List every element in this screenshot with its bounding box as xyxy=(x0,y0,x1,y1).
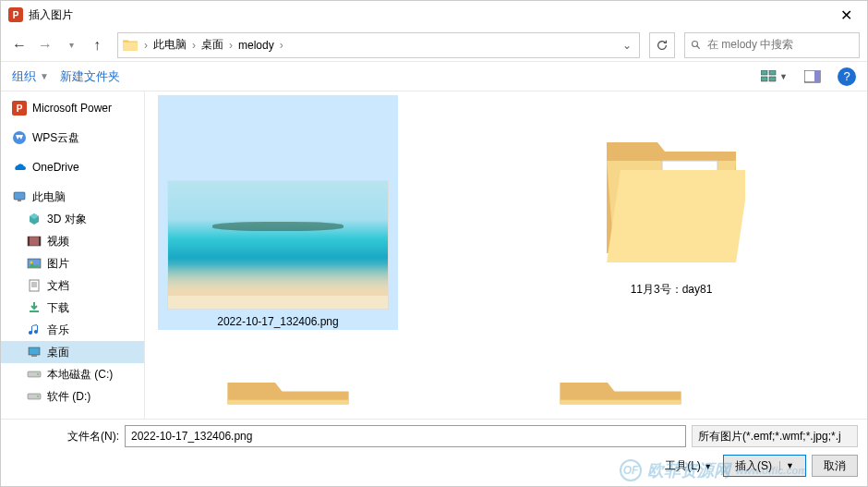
new-folder-button[interactable]: 新建文件夹 xyxy=(60,68,120,85)
disk-icon xyxy=(27,367,42,382)
help-button[interactable]: ? xyxy=(838,67,856,86)
thumbnails-icon xyxy=(761,70,778,83)
sidebar-item-label: 文档 xyxy=(47,278,69,294)
sidebar-item-disk[interactable]: 本地磁盘 (C:) xyxy=(1,363,144,385)
sidebar-item-downloads[interactable]: 下载 xyxy=(1,297,144,319)
sidebar-item-docs[interactable]: 文档 xyxy=(1,274,144,297)
chevron-right-icon: › xyxy=(190,39,198,52)
filename-label: 文件名(N): xyxy=(10,429,119,444)
thispc-icon xyxy=(12,189,27,204)
sidebar-item-3d[interactable]: 3D 对象 xyxy=(1,208,144,230)
sidebar-item-label: OneDrive xyxy=(32,161,79,174)
svg-rect-10 xyxy=(14,192,25,200)
file-label: 11月3号：day81 xyxy=(631,282,713,298)
window-title: 插入图片 xyxy=(29,7,833,23)
sidebar-item-disk[interactable]: 软件 (D:) xyxy=(1,385,144,408)
sidebar-item-video[interactable]: 视频 xyxy=(1,230,144,252)
pictures-icon xyxy=(27,256,42,271)
filetype-filter[interactable]: 所有图片(*.emf;*.wmf;*.jpg;*.j xyxy=(692,425,858,447)
preview-pane-button[interactable] xyxy=(804,70,821,83)
svg-text:P: P xyxy=(17,103,23,114)
refresh-icon xyxy=(656,39,669,52)
sidebar-item-thispc[interactable]: 此电脑 xyxy=(1,186,144,208)
svg-rect-13 xyxy=(28,237,30,246)
recent-dropdown[interactable]: ▾ xyxy=(60,34,82,56)
chevron-right-icon: › xyxy=(142,39,150,52)
music-icon xyxy=(27,323,42,337)
close-button[interactable]: ✕ xyxy=(833,6,860,24)
svg-point-22 xyxy=(37,373,39,375)
image-thumbnail xyxy=(167,180,389,310)
file-item-folder[interactable]: 11月3号：day81 xyxy=(551,119,791,298)
video-icon xyxy=(27,234,42,249)
svg-rect-19 xyxy=(29,347,40,355)
sidebar-item-label: 图片 xyxy=(47,256,69,272)
svg-point-24 xyxy=(37,396,39,397)
wps-icon xyxy=(12,130,27,145)
preview-icon xyxy=(804,70,821,83)
file-item-folder-partial[interactable] xyxy=(219,359,357,409)
app-icon: P xyxy=(8,7,23,22)
breadcrumb[interactable]: melody xyxy=(235,39,278,52)
tools-menu[interactable]: 工具(L) ▼ xyxy=(659,458,717,474)
svg-rect-3 xyxy=(761,77,767,81)
sidebar-item-pictures[interactable]: 图片 xyxy=(1,252,144,274)
path-dropdown[interactable]: ⌄ xyxy=(619,39,635,52)
svg-point-9 xyxy=(13,131,26,144)
sidebar-item-label: 视频 xyxy=(47,234,69,250)
refresh-button[interactable] xyxy=(649,32,675,58)
up-button[interactable]: ↑ xyxy=(86,34,108,56)
breadcrumb[interactable]: 此电脑 xyxy=(150,37,190,53)
organize-menu[interactable]: 组织 xyxy=(12,68,36,85)
search-input[interactable]: 在 melody 中搜索 xyxy=(684,32,860,58)
pp-icon: P xyxy=(12,101,27,116)
chevron-down-icon[interactable]: ▼ xyxy=(40,71,49,81)
sidebar-item-label: 本地磁盘 (C:) xyxy=(47,367,113,383)
downloads-icon xyxy=(27,300,42,315)
sidebar: PMicrosoft PowerWPS云盘OneDrive此电脑3D 对象视频图… xyxy=(1,91,145,419)
docs-icon xyxy=(27,278,42,293)
sidebar-item-label: 下载 xyxy=(47,300,69,316)
footer: 文件名(N): 所有图片(*.emf;*.wmf;*.jpg;*.j 工具(L)… xyxy=(1,419,867,486)
cancel-button[interactable]: 取消 xyxy=(812,455,858,477)
forward-button[interactable]: → xyxy=(34,34,56,56)
toolbar: 组织 ▼ 新建文件夹 ▼ ? xyxy=(1,62,867,91)
file-label: 2022-10-17_132406.png xyxy=(217,315,338,328)
filename-input[interactable] xyxy=(125,425,686,447)
folder-icon xyxy=(122,37,139,54)
svg-rect-1 xyxy=(761,70,767,75)
sidebar-item-label: 音乐 xyxy=(47,323,69,338)
sidebar-item-pp[interactable]: PMicrosoft Power xyxy=(1,97,144,119)
insert-button[interactable]: 插入(S)▼ xyxy=(723,455,806,477)
sidebar-item-onedrive[interactable]: OneDrive xyxy=(1,156,144,178)
file-content-area[interactable]: 2022-10-17_132406.png 11月3号：day81 xyxy=(145,91,867,419)
svg-point-0 xyxy=(693,41,698,46)
desktop-icon xyxy=(27,345,42,359)
path-box[interactable]: › 此电脑 › 桌面 › melody › ⌄ xyxy=(117,32,640,58)
sidebar-item-label: 桌面 xyxy=(47,345,69,360)
3d-icon xyxy=(27,212,42,226)
view-button[interactable]: ▼ xyxy=(761,70,788,83)
file-item-folder-partial[interactable] xyxy=(551,359,690,409)
svg-rect-2 xyxy=(769,70,776,75)
svg-rect-11 xyxy=(18,200,21,201)
svg-rect-4 xyxy=(769,77,776,81)
sidebar-item-music[interactable]: 音乐 xyxy=(1,319,144,341)
sidebar-item-wps[interactable]: WPS云盘 xyxy=(1,127,144,149)
sidebar-item-label: 3D 对象 xyxy=(47,212,87,227)
search-placeholder: 在 melody 中搜索 xyxy=(707,37,793,53)
titlebar: P 插入图片 ✕ xyxy=(1,1,867,29)
folder-thumbnail xyxy=(597,119,745,276)
svg-point-16 xyxy=(30,262,33,264)
breadcrumb[interactable]: 桌面 xyxy=(198,37,227,53)
svg-rect-20 xyxy=(31,355,37,357)
search-icon xyxy=(691,40,702,51)
navbar: ← → ▾ ↑ › 此电脑 › 桌面 › melody › ⌄ 在 melody… xyxy=(1,29,867,62)
svg-rect-17 xyxy=(30,280,39,291)
sidebar-item-label: Microsoft Power xyxy=(32,102,112,115)
file-item-image[interactable]: 2022-10-17_132406.png xyxy=(158,95,398,330)
sidebar-item-label: WPS云盘 xyxy=(32,130,79,146)
sidebar-item-label: 此电脑 xyxy=(32,189,66,205)
back-button[interactable]: ← xyxy=(8,34,30,56)
sidebar-item-desktop[interactable]: 桌面 xyxy=(1,341,144,363)
